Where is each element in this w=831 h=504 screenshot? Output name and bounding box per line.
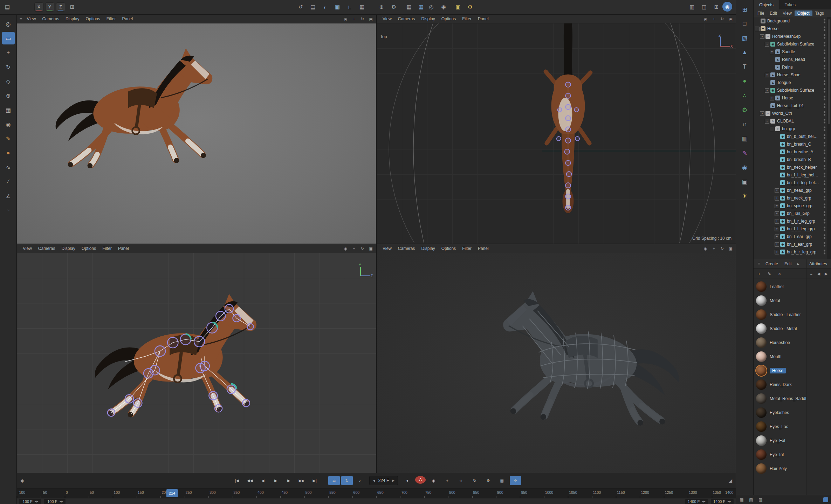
expander-icon[interactable]: +	[775, 188, 779, 193]
material-row[interactable]: Eye_Int	[754, 448, 806, 462]
spline-pen-icon[interactable]: ✎	[739, 147, 751, 159]
visibility-dots[interactable]	[824, 234, 825, 239]
material-row[interactable]: Metal	[754, 294, 806, 308]
magnet-tool[interactable]: ◉	[2, 118, 15, 131]
visibility-dots[interactable]	[824, 42, 825, 47]
tree-row[interactable]: +◆bn_f_l_leg_grp	[754, 225, 831, 233]
viewport-menu-display[interactable]: Display	[62, 16, 82, 21]
record-button[interactable]: ●	[401, 476, 413, 485]
visibility-dots[interactable]	[824, 219, 825, 224]
expander-icon[interactable]: +	[775, 219, 779, 224]
tree-row[interactable]: -○GLOBAL	[754, 117, 831, 125]
material-row[interactable]: Leather	[754, 280, 806, 294]
delete-material-button[interactable]: ×	[776, 270, 783, 277]
bend-icon[interactable]: ∩	[739, 118, 751, 130]
tree-row[interactable]: +◆bn_r_ear_grp	[754, 240, 831, 248]
material-thumbnail[interactable]	[756, 393, 767, 404]
menu-overflow-icon[interactable]: ▸	[795, 261, 802, 267]
grid-tool-icon[interactable]: ▦	[357, 2, 367, 12]
orbit-icon[interactable]: ↻	[719, 246, 725, 252]
edit-material-button[interactable]: ✎	[766, 270, 773, 277]
play-button[interactable]: ▶	[270, 476, 282, 485]
viewport-top[interactable]: ViewCamerasDisplayOptionsFilterPanel ◉+↻…	[377, 15, 736, 244]
pan-icon[interactable]: +	[711, 16, 717, 22]
tree-row[interactable]: ◆bn_b_butt_helper	[754, 133, 831, 140]
next-key-button[interactable]: ▶▶	[296, 476, 308, 485]
material-row[interactable]: Reins_Dark	[754, 378, 806, 392]
maximize-icon[interactable]: ▣	[728, 16, 734, 22]
top-canvas[interactable]: Top Grid Spacing : 10 cm Z X	[377, 23, 736, 244]
cube-icon[interactable]: ▧	[739, 32, 751, 44]
tree-row[interactable]: +◆bn_Tail_Grp	[754, 210, 831, 217]
tree-row[interactable]: ▦Background	[754, 17, 831, 25]
material-row[interactable]: Eyelashes	[754, 406, 806, 420]
panels-icon[interactable]: ⊞	[739, 4, 751, 15]
tree-row[interactable]: +◆bn_neck_grp	[754, 194, 831, 202]
tree-row[interactable]: -○bn_grp	[754, 125, 831, 133]
side-canvas[interactable]: Y Z	[17, 253, 376, 473]
tree-row[interactable]: -+Horse	[754, 25, 831, 33]
loop-toggle[interactable]: ⇄	[328, 476, 340, 485]
render-settings-icon[interactable]: ⚙	[465, 2, 475, 12]
tree-row[interactable]: +◆bn_head_grp	[754, 187, 831, 194]
material-thumbnail[interactable]	[756, 309, 767, 320]
rig-overlay[interactable]	[92, 277, 336, 447]
material-row[interactable]: Eyes_Lac	[754, 420, 806, 434]
zoom-tool[interactable]: ◎	[2, 18, 15, 30]
timeline-playhead[interactable]: 224	[166, 489, 178, 497]
tree-row[interactable]: +◆bn_spine_grp	[754, 202, 831, 210]
frame-dec-icon[interactable]: ◀	[373, 479, 375, 482]
tree-row[interactable]: ▲Tongue	[754, 79, 831, 86]
camera-move-icon[interactable]: ◉	[702, 16, 708, 22]
viewport-menu-filter[interactable]: Filter	[459, 16, 475, 21]
expander-icon[interactable]: +	[775, 211, 779, 216]
wireframe-canvas[interactable]	[377, 253, 736, 473]
visibility-dots[interactable]	[824, 250, 825, 254]
viewport-menu-view[interactable]: View	[379, 16, 395, 21]
timeline-ruler[interactable]: 224 -100-5005010015020025030035040045050…	[17, 489, 736, 498]
viewport-menu-display[interactable]: Display	[418, 16, 438, 21]
viewport-menu-display[interactable]: Display	[58, 246, 78, 251]
viewport-menu-options[interactable]: Options	[78, 246, 99, 251]
tree-row[interactable]: +▲Horse_Shoe	[754, 71, 831, 79]
visibility-dots[interactable]	[824, 34, 825, 39]
panel-resize-icon[interactable]: ◢	[728, 473, 732, 488]
visibility-dots[interactable]	[824, 127, 825, 131]
expander-icon[interactable]: -	[765, 88, 769, 93]
axis-z-button[interactable]: Z	[56, 2, 65, 12]
tree-row[interactable]: ▲Reins	[754, 63, 831, 71]
visibility-dots[interactable]	[824, 119, 825, 124]
expander-icon[interactable]: +	[770, 96, 774, 100]
visibility-dots[interactable]	[824, 134, 825, 139]
material-thumbnail[interactable]	[756, 323, 767, 334]
cube-tool-icon[interactable]: ▣	[332, 2, 343, 12]
visibility-dots[interactable]	[824, 96, 825, 100]
visibility-dots[interactable]	[824, 150, 825, 154]
material-row[interactable]: Hair Poly	[754, 462, 806, 476]
pan-icon[interactable]: +	[351, 246, 357, 252]
layout-quad-icon[interactable]: ⊞	[711, 2, 722, 12]
brush-tool[interactable]: ✎	[2, 132, 15, 145]
rotate-tool[interactable]: ↻	[2, 61, 15, 73]
key-position-toggle[interactable]: +	[441, 476, 453, 485]
visibility-dots[interactable]	[824, 142, 825, 147]
visibility-dots[interactable]	[824, 88, 825, 93]
keyframe-marker-icon[interactable]: ◆	[20, 473, 24, 488]
tree-row[interactable]: +◆bn_l_ear_grp	[754, 233, 831, 240]
axis-x-button[interactable]: X	[34, 2, 43, 12]
horse-model-textured[interactable]	[53, 32, 290, 197]
objects-menu-edit[interactable]: Edit	[767, 10, 780, 16]
snap-icon[interactable]: ▦	[416, 2, 426, 12]
maximize-icon[interactable]: ▣	[368, 16, 374, 22]
visibility-dots[interactable]	[824, 27, 825, 31]
material-row[interactable]: Saddle - Leather	[754, 308, 806, 322]
materials-menu-create[interactable]: Create	[763, 261, 781, 266]
current-frame-field[interactable]: ◀ 224 F ▶	[369, 476, 398, 485]
axis-tool[interactable]: ⊕	[2, 89, 15, 102]
gear-icon[interactable]: ⚙	[739, 104, 751, 116]
viewport-menu-panel[interactable]: Panel	[115, 246, 132, 251]
grid-view-icon[interactable]: ▦	[739, 497, 745, 503]
view-panel-icon[interactable]: ▥	[739, 133, 751, 145]
sound-toggle[interactable]: ♪	[354, 476, 366, 485]
visibility-dots[interactable]	[824, 242, 825, 247]
